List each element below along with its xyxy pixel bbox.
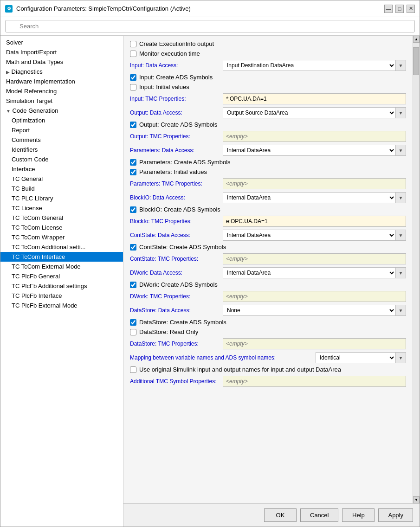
sidebar-item-tc-tccom-wrapper[interactable]: TC TcCom Wrapper: [0, 232, 123, 242]
sidebar-item-tc-tccom-license[interactable]: TC TcCom License: [0, 223, 123, 232]
output-tmc-properties-label: Output: TMC Properties:: [130, 133, 223, 140]
parameters-data-access-arrow-icon[interactable]: ▼: [395, 145, 406, 155]
datastore-tmc-properties-row: DataStore: TMC Properties:: [130, 338, 406, 349]
help-button[interactable]: Help: [342, 508, 375, 522]
parameters-initial-values-checkbox[interactable]: [130, 169, 136, 175]
scroll-down-button[interactable]: ▼: [413, 496, 420, 503]
title-bar: ⚙ Configuration Parameters: SimpleTempCt…: [0, 0, 420, 17]
sidebar-item-tc-plcfb-external-mode[interactable]: TC PlcFb External Mode: [0, 301, 123, 310]
search-input[interactable]: [5, 20, 415, 32]
sidebar-item-comments[interactable]: Comments: [0, 135, 123, 145]
input-create-ads-checkbox[interactable]: [130, 74, 136, 81]
sidebar-item-optimization[interactable]: Optimization: [0, 116, 123, 125]
scroll-up-button[interactable]: ▲: [413, 36, 420, 43]
monitor-execution-time-label: Monitor execution time: [139, 50, 200, 57]
create-executioninfo-label: Create ExecutionInfo output: [139, 40, 214, 47]
sidebar-item-data-import-export[interactable]: Data Import/Export: [0, 47, 123, 57]
datastore-create-ads-checkbox[interactable]: [130, 319, 136, 326]
vertical-scrollbar[interactable]: ▲ ▼: [413, 36, 420, 503]
output-data-access-select-wrapper: Input Destination DataArea Output Source…: [223, 107, 406, 118]
scroll-thumb[interactable]: [413, 47, 419, 75]
sidebar-item-tc-general[interactable]: TC General: [0, 174, 123, 184]
search-bar: 🔍: [0, 17, 420, 36]
sidebar-item-tc-plcfb-general[interactable]: TC PlcFb General: [0, 271, 123, 281]
sidebar: Solver Data Import/Export Math and Data …: [0, 36, 123, 527]
sidebar-item-code-generation[interactable]: ▼ Code Generation: [0, 106, 123, 116]
input-create-ads-label: Input: Create ADS Symbols: [139, 74, 213, 81]
sidebar-item-tc-build[interactable]: TC Build: [0, 184, 123, 193]
dwork-tmc-properties-input[interactable]: [223, 291, 406, 302]
scroll-track[interactable]: [413, 43, 420, 496]
blockio-create-ads-checkbox[interactable]: [130, 206, 136, 213]
sidebar-item-tc-tccom-general[interactable]: TC TcCom General: [0, 213, 123, 223]
output-data-access-select[interactable]: Input Destination DataArea Output Source…: [223, 108, 395, 118]
monitor-execution-time-checkbox[interactable]: [130, 51, 136, 57]
maximize-button[interactable]: □: [395, 5, 404, 13]
sidebar-item-report[interactable]: Report: [0, 125, 123, 135]
contstate-data-access-arrow-icon[interactable]: ▼: [395, 230, 406, 240]
apply-button[interactable]: Apply: [378, 508, 413, 522]
output-create-ads-checkbox[interactable]: [130, 122, 136, 128]
dwork-data-access-select[interactable]: Input Destination DataArea Output Source…: [223, 268, 395, 278]
mapping-select[interactable]: Identical Custom: [316, 353, 395, 363]
minimize-button[interactable]: —: [384, 5, 393, 13]
parameters-tmc-properties-input[interactable]: [223, 178, 406, 189]
contstate-tmc-properties-input[interactable]: [223, 253, 406, 264]
input-data-access-arrow-icon[interactable]: ▼: [395, 60, 406, 71]
contstate-create-ads-checkbox[interactable]: [130, 244, 136, 251]
close-button[interactable]: ✕: [407, 5, 415, 13]
output-create-ads-label: Output: Create ADS Symbols: [139, 121, 217, 128]
create-executioninfo-checkbox[interactable]: [130, 41, 136, 47]
sidebar-item-hardware-implementation[interactable]: Hardware Implementation: [0, 77, 123, 86]
dwork-data-access-arrow-icon[interactable]: ▼: [395, 268, 406, 278]
parameters-data-access-select[interactable]: Input Destination DataArea Output Source…: [223, 145, 395, 155]
blockio-data-access-arrow-icon[interactable]: ▼: [395, 193, 406, 203]
sidebar-item-simulation-target[interactable]: Simulation Target: [0, 96, 123, 106]
sidebar-item-custom-code[interactable]: Custom Code: [0, 154, 123, 164]
sidebar-item-interface[interactable]: Interface: [0, 164, 123, 174]
dwork-create-ads-checkbox[interactable]: [130, 282, 136, 288]
contstate-tmc-properties-label: ContState: TMC Properties:: [130, 256, 223, 262]
use-original-simulink-names-checkbox[interactable]: [130, 366, 136, 373]
datastore-read-only-checkbox[interactable]: [130, 329, 136, 335]
sidebar-item-tc-tccom-interface[interactable]: TC TcCom Interface: [0, 252, 123, 262]
mapping-select-wrapper: Identical Custom ▼: [316, 352, 406, 363]
additional-tmc-properties-input[interactable]: [223, 376, 406, 387]
sidebar-item-tc-tccom-external-mode[interactable]: TC TcCom External Mode: [0, 262, 123, 271]
input-data-access-select[interactable]: Input Destination DataArea Output Source…: [223, 60, 395, 71]
sidebar-item-identifiers[interactable]: Identifiers: [0, 145, 123, 154]
datastore-tmc-properties-input[interactable]: [223, 338, 406, 349]
output-data-access-label: Output: Data Access:: [130, 109, 223, 116]
output-data-access-arrow-icon[interactable]: ▼: [395, 108, 406, 118]
input-tmc-properties-input[interactable]: [223, 93, 406, 104]
sidebar-item-diagnostics[interactable]: ▶ Diagnostics: [0, 67, 123, 77]
blockio-create-ads-label: BlockIO: Create ADS Symbols: [139, 206, 220, 213]
sidebar-item-math-and-data-types[interactable]: Math and Data Types: [0, 57, 123, 67]
sidebar-item-tc-license[interactable]: TC License: [0, 203, 123, 213]
sidebar-item-solver[interactable]: Solver: [0, 38, 123, 47]
input-initial-values-checkbox[interactable]: [130, 84, 136, 90]
mapping-arrow-icon[interactable]: ▼: [395, 353, 406, 363]
output-data-access-row: Output: Data Access: Input Destination D…: [130, 107, 406, 118]
input-tmc-properties-label: Input: TMC Properties:: [130, 96, 223, 102]
blockio-data-access-select-wrapper: Input Destination DataArea Output Source…: [223, 192, 406, 203]
content-inner: Create ExecutionInfo output Monitor exec…: [123, 36, 420, 503]
parameters-create-ads-checkbox[interactable]: [130, 159, 136, 166]
datastore-data-access-select[interactable]: Input Destination DataArea Output Source…: [223, 305, 395, 315]
output-tmc-properties-input[interactable]: [223, 131, 406, 142]
sidebar-item-tc-tccom-additional[interactable]: TC TcCom Additional setti...: [0, 242, 123, 252]
sidebar-item-model-referencing[interactable]: Model Referencing: [0, 86, 123, 96]
parameters-data-access-select-wrapper: Input Destination DataArea Output Source…: [223, 145, 406, 156]
sidebar-item-tc-plc-library[interactable]: TC PLC Library: [0, 193, 123, 203]
contstate-create-ads-row: ContState: Create ADS Symbols: [130, 244, 406, 251]
ok-button[interactable]: OK: [264, 508, 297, 522]
blockio-tmc-properties-input[interactable]: [223, 216, 406, 227]
datastore-data-access-arrow-icon[interactable]: ▼: [395, 305, 406, 315]
sidebar-item-tc-plcfb-additional[interactable]: TC PlcFb Additional settings: [0, 281, 123, 291]
create-executioninfo-row: Create ExecutionInfo output: [130, 40, 406, 47]
contstate-data-access-select[interactable]: Input Destination DataArea Output Source…: [223, 230, 395, 240]
blockio-data-access-select[interactable]: Input Destination DataArea Output Source…: [223, 193, 395, 203]
cancel-button[interactable]: Cancel: [300, 508, 338, 522]
datastore-data-access-row: DataStore: Data Access: Input Destinatio…: [130, 305, 406, 316]
sidebar-item-tc-plcfb-interface[interactable]: TC PlcFb Interface: [0, 291, 123, 301]
